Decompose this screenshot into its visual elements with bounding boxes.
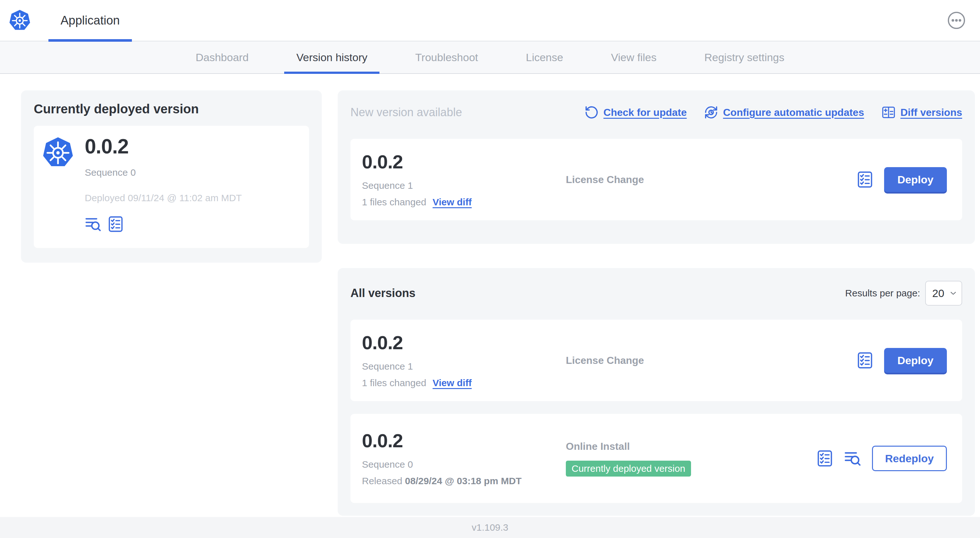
view-diff-link[interactable]: View diff <box>433 197 472 208</box>
version-history-column: New version available Check for update <box>338 90 975 516</box>
view-preflight-checks-button[interactable] <box>856 351 874 369</box>
version-number: 0.0.2 <box>362 152 566 173</box>
topbar: Application <box>0 0 980 41</box>
tab-registry-settings[interactable]: Registry settings <box>692 41 797 73</box>
diff-icon <box>881 105 896 120</box>
overflow-menu-button[interactable] <box>947 11 966 30</box>
tab-license[interactable]: License <box>514 41 575 73</box>
footer: v1.109.3 <box>0 517 980 538</box>
view-diff-link[interactable]: View diff <box>433 378 472 388</box>
app-icon <box>41 135 75 240</box>
view-deploy-logs-button[interactable] <box>844 449 862 467</box>
redeploy-button[interactable]: Redeploy <box>872 446 947 471</box>
new-version-row: 0.0.2 Sequence 1 1 files changed View di… <box>350 139 962 220</box>
version-sequence: Sequence 1 <box>362 180 566 191</box>
new-version-card: New version available Check for update <box>338 90 975 244</box>
currently-deployed-badge: Currently deployed version <box>566 461 691 476</box>
view-deploy-logs-button[interactable] <box>85 216 102 233</box>
logs-icon <box>85 216 102 233</box>
version-sequence: Sequence 1 <box>362 361 566 372</box>
checklist-icon <box>856 351 874 369</box>
checklist-icon <box>816 449 834 467</box>
check-for-update-link[interactable]: Check for update <box>584 105 687 120</box>
deploy-button[interactable]: Deploy <box>884 167 947 192</box>
configure-automatic-updates-link[interactable]: Configure automatic updates <box>704 105 864 120</box>
version-source-label: Online Install <box>566 441 816 452</box>
currently-deployed-heading: Currently deployed version <box>34 102 309 116</box>
files-changed-label: 1 files changed <box>362 197 426 208</box>
app-title: Application <box>60 14 120 27</box>
current-sequence: Sequence 0 <box>85 167 298 178</box>
checklist-icon <box>107 216 124 233</box>
current-deployed-timestamp: Deployed 09/11/24 @ 11:02 am MDT <box>85 193 298 203</box>
page: Application Dashboard Version history Tr… <box>0 0 980 538</box>
version-row: 0.0.2 Sequence 1 1 files changed View di… <box>350 320 962 401</box>
deploy-button[interactable]: Deploy <box>884 348 947 373</box>
new-version-heading: New version available <box>350 106 462 119</box>
tab-troubleshoot[interactable]: Troubleshoot <box>403 41 490 73</box>
current-version-number: 0.0.2 <box>85 135 298 157</box>
app-nav-tabs: Dashboard Version history Troubleshoot L… <box>0 41 980 74</box>
refresh-icon <box>584 105 599 120</box>
checklist-icon <box>856 171 874 189</box>
view-preflight-checks-button[interactable] <box>107 216 124 233</box>
tab-dashboard[interactable]: Dashboard <box>183 41 261 73</box>
version-number: 0.0.2 <box>362 430 566 451</box>
version-released-timestamp: Released 08/29/24 @ 03:18 pm MDT <box>362 476 566 486</box>
files-changed-label: 1 files changed <box>362 378 426 388</box>
diff-versions-link[interactable]: Diff versions <box>881 105 962 120</box>
results-per-page-select[interactable]: 20 <box>925 281 962 306</box>
version-number: 0.0.2 <box>362 332 566 353</box>
all-versions-card: All versions Results per page: 20 <box>338 268 975 516</box>
tab-view-files[interactable]: View files <box>599 41 669 73</box>
currently-deployed-version-card: 0.0.2 Sequence 0 Deployed 09/11/24 @ 11:… <box>34 126 309 248</box>
view-preflight-checks-button[interactable] <box>816 449 834 467</box>
app-nav-item[interactable]: Application <box>48 0 132 41</box>
console-version: v1.109.3 <box>471 522 508 533</box>
view-preflight-checks-button[interactable] <box>856 171 874 189</box>
clock-refresh-icon <box>704 105 718 120</box>
all-versions-heading: All versions <box>350 287 415 300</box>
tab-version-history[interactable]: Version history <box>284 41 379 73</box>
results-per-page-label: Results per page: <box>845 288 920 298</box>
main-content: Currently deployed version <box>0 74 980 516</box>
chevron-down-icon <box>949 289 958 298</box>
version-sequence: Sequence 0 <box>362 459 566 470</box>
logs-icon <box>844 449 862 467</box>
dots-menu-icon <box>947 11 966 30</box>
version-source-label: License Change <box>566 174 856 186</box>
app-active-underline <box>48 39 132 42</box>
kubernetes-logo-icon <box>8 8 32 32</box>
currently-deployed-card: Currently deployed version <box>21 90 322 263</box>
version-source-label: License Change <box>566 355 856 367</box>
version-row: 0.0.2 Sequence 0 Released 08/29/24 @ 03:… <box>350 414 962 503</box>
